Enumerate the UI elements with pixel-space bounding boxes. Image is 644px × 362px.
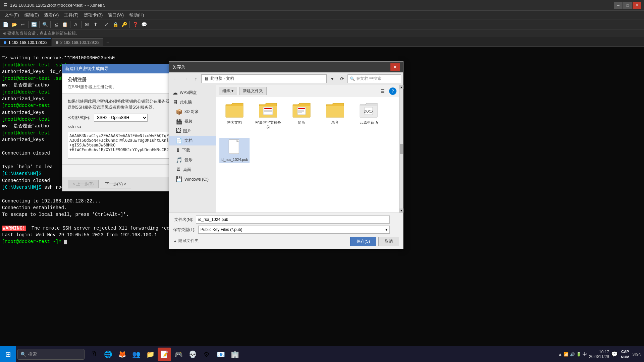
- taskbar-app-contacts[interactable]: 👥: [129, 348, 143, 361]
- wizard-back-button[interactable]: < 上一步(B): [68, 180, 99, 188]
- sidebar-item-downloads[interactable]: ⬇ 下载: [169, 145, 216, 155]
- search-placeholder: 在文档 中搜索: [356, 76, 381, 81]
- taskbar-app-files[interactable]: 📁: [144, 348, 157, 361]
- compose-button[interactable]: ✉: [83, 20, 91, 28]
- search-button[interactable]: 🔍: [41, 20, 49, 28]
- nav-back-button[interactable]: ←: [171, 74, 180, 83]
- svg-rect-1: [264, 108, 272, 109]
- close-button[interactable]: ✕: [633, 2, 641, 9]
- save-close-button[interactable]: ✕: [390, 63, 400, 71]
- nav-forward-button[interactable]: →: [181, 74, 191, 83]
- menu-tools[interactable]: 工具(T): [61, 11, 81, 19]
- file-item-melon[interactable]: 橙瓜码字文稿备份: [253, 101, 283, 131]
- print-button[interactable]: 🖨: [52, 20, 60, 28]
- sidebar-item-pictures[interactable]: 🖼 图片: [169, 126, 216, 136]
- search-box[interactable]: 🔍 搜索: [17, 349, 85, 360]
- file-item-pubkey[interactable]: id_rsa_1024.pub: [219, 138, 250, 163]
- sidebar-item-wps[interactable]: ☁ WPS网盘: [169, 88, 216, 98]
- menu-help[interactable]: 帮助(H): [126, 11, 147, 19]
- organize-button[interactable]: 组织 ▾: [219, 87, 237, 95]
- file-item-blog[interactable]: 博客文档: [219, 101, 250, 131]
- refresh-button[interactable]: 🔄: [30, 20, 38, 28]
- sidebar-item-music[interactable]: 🎵 音乐: [169, 155, 216, 165]
- sidebar-item-thispc[interactable]: 🖥 此电脑: [169, 98, 216, 107]
- new-folder-button[interactable]: 新建文件夹: [239, 87, 267, 95]
- tab-session-2[interactable]: 2 192.168.100.129:22: [52, 38, 103, 46]
- nav-dropdown-button[interactable]: ▾: [327, 74, 337, 83]
- file-item-recordings[interactable]: 录音: [320, 101, 350, 131]
- battery-icon: 🔋: [576, 352, 581, 357]
- file-item-cloud[interactable]: DOCX 云原生背诵: [354, 101, 384, 131]
- cancel-button[interactable]: 取消: [378, 237, 399, 246]
- scroll-down-button[interactable]: ▼: [399, 208, 404, 213]
- view-help-button[interactable]: ?: [389, 87, 396, 95]
- menu-view[interactable]: 查看(V): [42, 11, 61, 19]
- filetype-select[interactable]: Public Key Files (*.pub) ▾: [198, 226, 390, 234]
- hide-folder-icon: ▲: [173, 239, 177, 243]
- menu-window[interactable]: 窗口(W): [105, 11, 126, 19]
- toolbar: 📄 📂 ↩ 🔄 🔍 🖨 📋 A ✉ ⬆ ⤢ 🔒 🔑 ❓ 💬: [0, 19, 644, 29]
- scroll-up-button[interactable]: ▲: [399, 85, 404, 89]
- view-toggle-button[interactable]: ☰: [378, 87, 387, 96]
- network-icon: ▲: [558, 352, 562, 357]
- filename-input[interactable]: [196, 216, 390, 224]
- search-box[interactable]: 🔍 在文档 中搜索: [347, 74, 401, 83]
- save-button[interactable]: 保存(S): [350, 237, 376, 246]
- taskbar-app-settings[interactable]: ⚙: [200, 348, 213, 361]
- key-button[interactable]: 🔑: [120, 20, 128, 28]
- taskbar-app-game[interactable]: 🎮: [172, 348, 185, 361]
- upload-button[interactable]: ⬆: [92, 20, 100, 28]
- nav-refresh-button[interactable]: ⟳: [337, 74, 347, 83]
- taskbar-app-text[interactable]: 📝: [158, 348, 171, 361]
- open-button[interactable]: 📂: [10, 20, 18, 28]
- video-label: 视频: [184, 119, 193, 124]
- file-item-resume[interactable]: 简历: [286, 101, 317, 131]
- path-item-2[interactable]: 文档: [226, 76, 234, 81]
- chat-button[interactable]: 💬: [140, 20, 148, 28]
- taskbar-app-edge[interactable]: 🌐: [101, 348, 115, 361]
- scroll-thumb[interactable]: [400, 144, 403, 154]
- wps-icon: ☁: [172, 89, 178, 96]
- menu-file[interactable]: 文件(F): [2, 11, 22, 19]
- filetype-row: 保存类型(T): Public Key Files (*.pub) ▾: [173, 226, 399, 234]
- tab-session-1[interactable]: 1 192.168.100.128:22: [0, 38, 51, 46]
- lock-button[interactable]: 🔒: [111, 20, 119, 28]
- taskbar-app-mail[interactable]: 📧: [214, 348, 227, 361]
- menu-edit[interactable]: 编辑(E): [22, 11, 42, 19]
- maximize-button[interactable]: □: [623, 2, 632, 9]
- hide-folder-button[interactable]: ▲ 隐藏文件夹: [173, 238, 199, 244]
- ime-icon[interactable]: 中: [583, 351, 587, 357]
- nav-path[interactable]: 🖥 此电脑 › 文档: [201, 74, 327, 83]
- sidebar-item-desktop[interactable]: 🖥 桌面: [169, 165, 216, 174]
- hint-text: 要添加当前会话，点击左侧的箭头按钮。: [7, 31, 80, 36]
- titlebar: 🖥 192.168.100.128:22root@docker-test:~ -…: [0, 0, 644, 11]
- path-item-1[interactable]: 此电脑: [210, 76, 222, 81]
- print2-button[interactable]: 📋: [61, 20, 69, 28]
- expand-button[interactable]: ⤢: [103, 20, 111, 28]
- start-button[interactable]: ⊞: [0, 346, 16, 362]
- sidebar-item-windows-c[interactable]: 💾 Windows (C:): [169, 174, 216, 184]
- taskbar-app-util[interactable]: 💀: [186, 348, 199, 361]
- sidebar-item-3d[interactable]: 📦 3D 对象: [169, 107, 216, 117]
- minimize-button[interactable]: ─: [614, 2, 623, 9]
- filetype-value: Public Key Files (*.pub): [201, 227, 243, 232]
- taskbar-app-firefox[interactable]: 🦊: [115, 348, 129, 361]
- add-tab-button[interactable]: +: [104, 38, 112, 46]
- help-button[interactable]: ❓: [131, 20, 139, 28]
- new-session-button[interactable]: 📄: [1, 20, 9, 28]
- reconnect-button[interactable]: ↩: [19, 20, 27, 28]
- music-icon: 🎵: [176, 157, 182, 163]
- nav-up-button[interactable]: ↑: [191, 74, 201, 83]
- wizard-format-select[interactable]: SSH2 - OpenSSH: [94, 114, 148, 122]
- wizard-next-button[interactable]: 下一步(N) >: [100, 180, 131, 188]
- font-button[interactable]: A: [72, 20, 80, 28]
- menu-tabs[interactable]: 选项卡(B): [81, 11, 105, 19]
- notification-icon[interactable]: 💬: [611, 351, 618, 357]
- taskbar-app-calendar[interactable]: 🗓: [87, 348, 101, 361]
- sidebar-item-video[interactable]: 🎬 视频: [169, 117, 216, 126]
- taskbar-app-office[interactable]: 🏢: [228, 348, 241, 361]
- separator5: [81, 21, 82, 28]
- volume-icon: 🔊: [570, 352, 575, 357]
- right-scrollbar[interactable]: ▲ ▼: [399, 85, 403, 213]
- sidebar-item-documents[interactable]: 📄 文档: [169, 136, 216, 145]
